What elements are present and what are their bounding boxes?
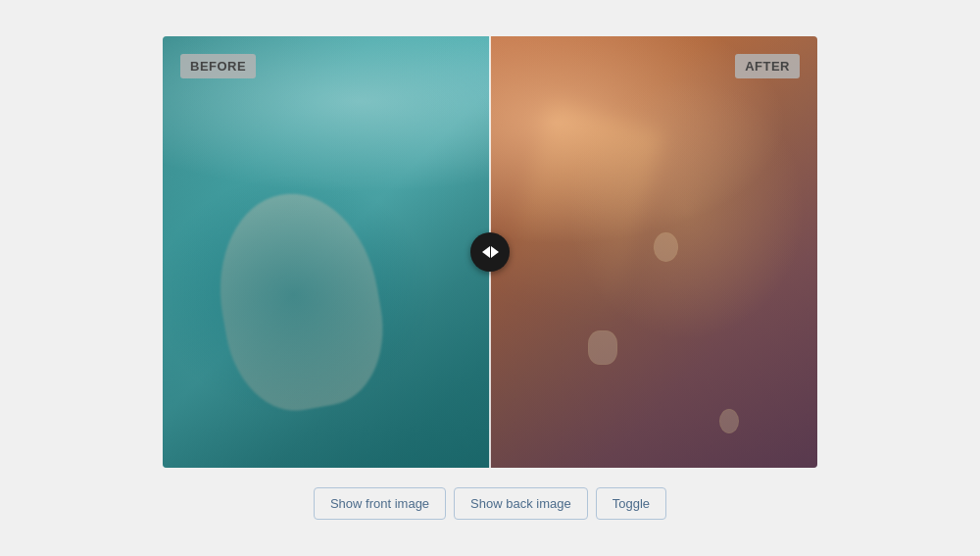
floating-object-2: [588, 330, 617, 365]
slider-handle[interactable]: [470, 232, 510, 272]
before-person-figure: [204, 181, 396, 421]
show-back-button[interactable]: Show back image: [454, 487, 588, 520]
arrow-left-icon: [482, 246, 490, 258]
arrow-right-icon: [491, 246, 499, 258]
show-front-button[interactable]: Show front image: [314, 487, 446, 520]
toggle-button[interactable]: Toggle: [596, 487, 666, 520]
before-label: BEFORE: [180, 54, 256, 78]
floating-object-1: [654, 232, 678, 262]
image-comparison[interactable]: BEFORE AFTER: [163, 36, 817, 468]
light-rays: [500, 103, 664, 323]
handle-arrows: [482, 246, 499, 258]
floating-object-3: [719, 409, 739, 433]
after-label: AFTER: [735, 54, 800, 78]
controls-row: Show front image Show back image Toggle: [314, 487, 666, 520]
